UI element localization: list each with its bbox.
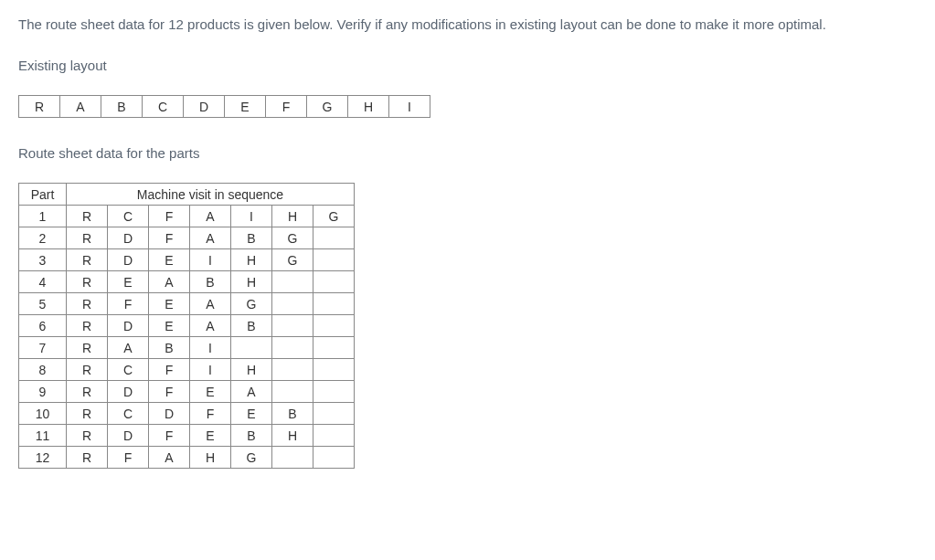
layout-cell: R	[19, 96, 60, 118]
sequence-cell: B	[190, 271, 231, 293]
table-row: 12RFAHG	[19, 447, 355, 469]
sequence-cell: F	[149, 359, 190, 381]
sequence-cell	[313, 381, 355, 403]
part-cell: 10	[19, 403, 67, 425]
sequence-cell: I	[190, 359, 231, 381]
layout-cell: E	[225, 96, 266, 118]
layout-row: R A B C D E F G H I	[19, 96, 430, 118]
sequence-cell: E	[149, 249, 190, 271]
layout-cell: D	[184, 96, 225, 118]
sequence-cell: R	[67, 249, 108, 271]
table-row: 2RDFABG	[19, 227, 355, 249]
sequence-cell: B	[231, 315, 272, 337]
sequence-cell: E	[231, 403, 272, 425]
table-row: 4REABH	[19, 271, 355, 293]
sequence-cell: R	[67, 293, 108, 315]
part-cell: 3	[19, 249, 67, 271]
sequence-cell: E	[190, 381, 231, 403]
sequence-cell	[313, 227, 355, 249]
sequence-cell: F	[190, 403, 231, 425]
sequence-cell	[272, 447, 313, 469]
sequence-cell: A	[190, 227, 231, 249]
sequence-cell: D	[108, 249, 149, 271]
layout-cell: H	[348, 96, 389, 118]
layout-cell: G	[307, 96, 348, 118]
part-header: Part	[19, 184, 67, 206]
part-cell: 7	[19, 337, 67, 359]
sequence-cell	[272, 315, 313, 337]
sequence-cell: R	[67, 337, 108, 359]
existing-layout-label: Existing layout	[18, 58, 917, 73]
sequence-cell	[313, 293, 355, 315]
sequence-cell: F	[149, 425, 190, 447]
table-row: 1RCFAIHG	[19, 206, 355, 227]
part-cell: 12	[19, 447, 67, 469]
sequence-cell: A	[190, 315, 231, 337]
route-sheet-table: Part Machine visit in sequence 1RCFAIHG2…	[18, 183, 355, 469]
sequence-cell	[313, 447, 355, 469]
sequence-cell: H	[272, 425, 313, 447]
sequence-cell: I	[231, 206, 272, 227]
sequence-cell: D	[149, 403, 190, 425]
table-row: 7RABI	[19, 337, 355, 359]
sequence-cell: R	[67, 271, 108, 293]
part-cell: 4	[19, 271, 67, 293]
route-sheet-label: Route sheet data for the parts	[18, 145, 917, 161]
sequence-cell: B	[272, 403, 313, 425]
sequence-cell: R	[67, 206, 108, 227]
sequence-cell	[272, 293, 313, 315]
sequence-cell: F	[149, 206, 190, 227]
sequence-cell: B	[149, 337, 190, 359]
sequence-cell: C	[108, 206, 149, 227]
sequence-cell: A	[149, 271, 190, 293]
sequence-cell: A	[190, 293, 231, 315]
sequence-cell: F	[108, 447, 149, 469]
sequence-cell: D	[108, 425, 149, 447]
layout-cell: I	[389, 96, 430, 118]
sequence-cell	[272, 271, 313, 293]
sequence-cell: H	[231, 359, 272, 381]
sequence-cell	[313, 315, 355, 337]
part-cell: 9	[19, 381, 67, 403]
sequence-cell: G	[231, 293, 272, 315]
sequence-cell: I	[190, 337, 231, 359]
sequence-cell: F	[149, 381, 190, 403]
layout-cell: F	[266, 96, 307, 118]
part-cell: 2	[19, 227, 67, 249]
sequence-cell: B	[231, 425, 272, 447]
sequence-cell: R	[67, 403, 108, 425]
sequence-cell: A	[149, 447, 190, 469]
part-cell: 6	[19, 315, 67, 337]
part-cell: 8	[19, 359, 67, 381]
part-cell: 1	[19, 206, 67, 227]
sequence-cell: B	[231, 227, 272, 249]
sequence-cell	[313, 337, 355, 359]
sequence-cell: I	[190, 249, 231, 271]
sequence-cell	[313, 403, 355, 425]
sequence-cell: G	[231, 447, 272, 469]
existing-layout-table: R A B C D E F G H I	[18, 95, 430, 118]
table-row: 5RFEAG	[19, 293, 355, 315]
sequence-cell: H	[231, 249, 272, 271]
sequence-cell	[272, 381, 313, 403]
sequence-cell: C	[108, 403, 149, 425]
sequence-cell: D	[108, 381, 149, 403]
sequence-cell: D	[108, 227, 149, 249]
sequence-cell	[272, 337, 313, 359]
table-row: 8RCFIH	[19, 359, 355, 381]
sequence-cell: A	[190, 206, 231, 227]
sequence-cell: R	[67, 315, 108, 337]
sequence-cell: D	[108, 315, 149, 337]
route-header-row: Part Machine visit in sequence	[19, 184, 355, 206]
sequence-cell: R	[67, 227, 108, 249]
sequence-cell: R	[67, 425, 108, 447]
sequence-cell: E	[190, 425, 231, 447]
sequence-cell: C	[108, 359, 149, 381]
sequence-cell: H	[272, 206, 313, 227]
layout-cell: C	[143, 96, 184, 118]
sequence-cell: E	[108, 271, 149, 293]
sequence-cell	[313, 271, 355, 293]
intro-text: The route sheet data for 12 products is …	[18, 16, 917, 32]
table-row: 10RCDFEB	[19, 403, 355, 425]
sequence-cell: G	[313, 206, 355, 227]
